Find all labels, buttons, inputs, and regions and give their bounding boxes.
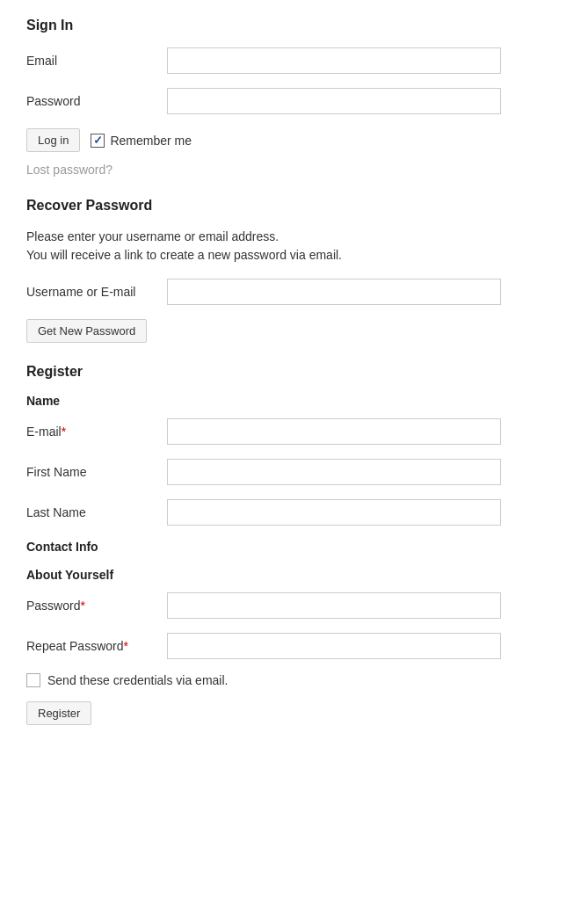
register-password-input[interactable] bbox=[167, 592, 501, 619]
login-actions: Log in Remember me bbox=[26, 128, 562, 152]
last-name-input[interactable] bbox=[167, 499, 501, 526]
first-name-row: First Name bbox=[26, 459, 562, 485]
register-button-container: Register bbox=[26, 701, 562, 725]
recover-password-section: Recover Password Please enter your usern… bbox=[26, 198, 562, 343]
name-subsection-title: Name bbox=[26, 394, 562, 408]
repeat-password-required-star: * bbox=[124, 639, 128, 653]
send-credentials-row: Send these credentials via email. bbox=[26, 673, 562, 687]
recover-description-line2: You will receive a link to create a new … bbox=[26, 248, 342, 262]
password-required-star: * bbox=[80, 599, 84, 613]
register-button[interactable]: Register bbox=[26, 701, 91, 725]
email-required-star: * bbox=[62, 425, 66, 439]
email-input[interactable] bbox=[167, 47, 501, 74]
lost-password-link[interactable]: Lost password? bbox=[26, 163, 562, 177]
register-section: Register Name E-mail* First Name Last Na… bbox=[26, 364, 562, 725]
send-credentials-label: Send these credentials via email. bbox=[47, 673, 228, 687]
recover-description-line1: Please enter your username or email addr… bbox=[26, 229, 279, 243]
last-name-row: Last Name bbox=[26, 499, 562, 526]
remember-me-label[interactable]: Remember me bbox=[91, 134, 192, 148]
repeat-password-row: Repeat Password* bbox=[26, 633, 562, 659]
password-input[interactable] bbox=[167, 88, 501, 114]
send-credentials-checkbox[interactable] bbox=[26, 673, 40, 687]
register-email-input[interactable] bbox=[167, 418, 501, 445]
register-email-row: E-mail* bbox=[26, 418, 562, 445]
password-row: Password bbox=[26, 88, 562, 114]
password-label: Password bbox=[26, 94, 167, 108]
get-new-password-button[interactable]: Get New Password bbox=[26, 319, 147, 343]
username-email-label: Username or E-mail bbox=[26, 285, 167, 299]
recover-password-description: Please enter your username or email addr… bbox=[26, 228, 562, 265]
username-email-input[interactable] bbox=[167, 279, 501, 305]
last-name-label: Last Name bbox=[26, 505, 167, 519]
register-password-row: Password* bbox=[26, 592, 562, 619]
login-button[interactable]: Log in bbox=[26, 128, 80, 152]
register-email-label: E-mail* bbox=[26, 425, 167, 439]
sign-in-title: Sign In bbox=[26, 18, 562, 33]
first-name-input[interactable] bbox=[167, 459, 501, 485]
first-name-label: First Name bbox=[26, 465, 167, 479]
repeat-password-label: Repeat Password* bbox=[26, 639, 167, 653]
repeat-password-input[interactable] bbox=[167, 633, 501, 659]
about-yourself-subsection-title: About Yourself bbox=[26, 568, 562, 582]
contact-info-subsection-title: Contact Info bbox=[26, 540, 562, 554]
email-row: Email bbox=[26, 47, 562, 74]
register-title: Register bbox=[26, 364, 562, 380]
sign-in-section: Sign In Email Password Log in Remember m… bbox=[26, 18, 562, 177]
remember-me-text: Remember me bbox=[110, 134, 192, 148]
username-or-email-row: Username or E-mail bbox=[26, 279, 562, 305]
remember-me-checkbox[interactable] bbox=[91, 134, 105, 148]
email-label: Email bbox=[26, 54, 167, 68]
get-new-password-container: Get New Password bbox=[26, 319, 562, 343]
register-password-label: Password* bbox=[26, 599, 167, 613]
recover-password-title: Recover Password bbox=[26, 198, 562, 214]
